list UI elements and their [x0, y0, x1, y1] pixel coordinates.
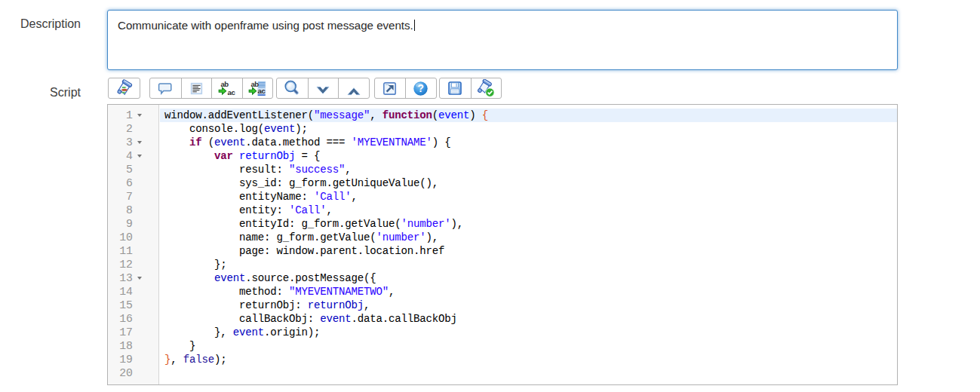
svg-text:?: ?: [418, 83, 424, 94]
svg-text:ac: ac: [227, 87, 235, 96]
svg-text:ac: ac: [258, 87, 266, 95]
